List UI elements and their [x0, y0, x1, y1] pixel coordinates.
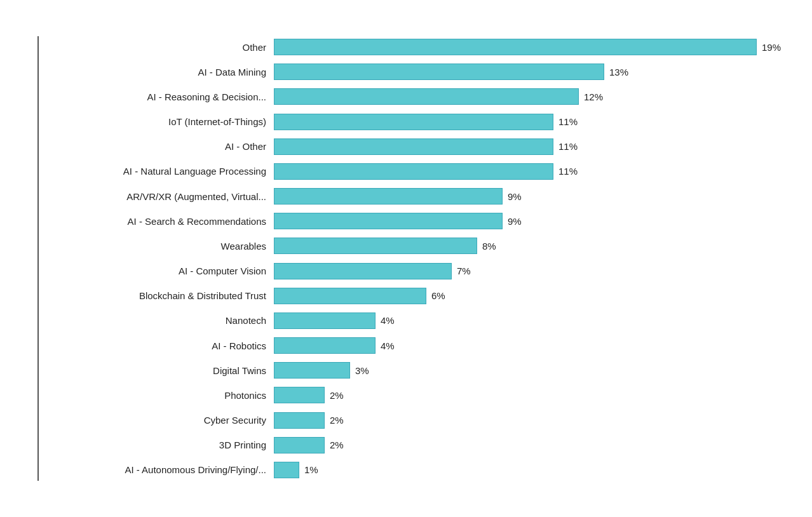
bar-value: 7% — [457, 265, 471, 276]
bar-fill — [274, 163, 553, 180]
bar-row: Wearables8% — [39, 235, 749, 257]
bar-value: 19% — [762, 42, 781, 53]
bar-label: AI - Data Mining — [39, 67, 274, 77]
bar-row: AI - Computer Vision7% — [39, 260, 749, 282]
bar-fill — [274, 437, 325, 453]
bar-label: Cyber Security — [39, 415, 274, 426]
bar-track: 11% — [274, 114, 749, 130]
bar-fill — [274, 412, 325, 429]
bar-label: 3D Printing — [39, 440, 274, 450]
bar-value: 4% — [381, 340, 395, 351]
bar-row: Photonics2% — [39, 384, 749, 406]
bar-label: AI - Search & Recommendations — [39, 216, 274, 227]
bar-track: 2% — [274, 387, 749, 403]
bar-fill — [274, 188, 503, 205]
bar-track: 3% — [274, 362, 749, 379]
bar-fill — [274, 312, 376, 329]
bar-row: Digital Twins3% — [39, 359, 749, 381]
bar-value: 6% — [431, 290, 445, 301]
bar-value: 8% — [482, 241, 496, 252]
bar-row: AI - Data Mining13% — [39, 61, 749, 83]
bar-label: IoT (Internet-of-Things) — [39, 116, 274, 127]
bar-row: AR/VR/XR (Augmented, Virtual...9% — [39, 185, 749, 207]
chart-container: Other19%AI - Data Mining13%AI - Reasonin… — [25, 17, 787, 500]
bar-value: 9% — [508, 216, 522, 227]
bar-label: AR/VR/XR (Augmented, Virtual... — [39, 191, 274, 202]
bars-wrapper: Other19%AI - Data Mining13%AI - Reasonin… — [37, 36, 749, 481]
bar-track: 11% — [274, 138, 749, 155]
bar-fill — [274, 114, 553, 130]
bar-row: IoT (Internet-of-Things)11% — [39, 111, 749, 133]
bar-label: Wearables — [39, 241, 274, 252]
bar-value: 9% — [508, 191, 522, 202]
bar-fill — [274, 387, 325, 403]
bar-fill — [274, 462, 299, 478]
bar-track: 11% — [274, 163, 749, 180]
bar-fill — [274, 213, 503, 229]
bar-fill — [274, 362, 350, 379]
bar-row: AI - Autonomous Driving/Flying/...1% — [39, 459, 749, 481]
bar-value: 1% — [304, 464, 318, 475]
bar-track: 4% — [274, 312, 749, 329]
bar-value: 11% — [558, 141, 578, 152]
bar-row: Blockchain & Distributed Trust6% — [39, 285, 749, 307]
bar-track: 12% — [274, 88, 749, 105]
bar-row: AI - Search & Recommendations9% — [39, 210, 749, 232]
bar-fill — [274, 238, 477, 254]
bar-label: Other — [39, 42, 274, 53]
bar-row: AI - Robotics4% — [39, 335, 749, 356]
bar-fill — [274, 39, 757, 55]
bar-label: Digital Twins — [39, 365, 274, 376]
bar-label: Blockchain & Distributed Trust — [39, 290, 274, 301]
bar-fill — [274, 288, 426, 304]
bar-value: 12% — [584, 91, 603, 102]
bar-track: 7% — [274, 263, 749, 279]
bar-label: AI - Autonomous Driving/Flying/... — [39, 464, 274, 475]
bar-track: 2% — [274, 412, 749, 429]
bar-label: AI - Computer Vision — [39, 265, 274, 276]
bar-row: AI - Natural Language Processing11% — [39, 161, 749, 182]
bar-track: 2% — [274, 437, 749, 453]
bar-value: 2% — [330, 440, 344, 450]
bar-value: 4% — [381, 315, 395, 326]
bar-track: 4% — [274, 337, 749, 354]
bar-label: AI - Reasoning & Decision... — [39, 91, 274, 102]
bar-track: 9% — [274, 188, 749, 205]
bar-track: 9% — [274, 213, 749, 229]
bar-row: AI - Reasoning & Decision...12% — [39, 86, 749, 107]
bar-fill — [274, 337, 376, 354]
bar-fill — [274, 88, 579, 105]
bar-track: 13% — [274, 64, 749, 80]
bar-track: 19% — [274, 39, 781, 55]
bar-label: AI - Robotics — [39, 340, 274, 351]
bar-row: AI - Other11% — [39, 136, 749, 158]
bar-value: 2% — [330, 415, 344, 426]
bar-value: 11% — [558, 166, 578, 177]
bar-row: 3D Printing2% — [39, 434, 749, 456]
bar-value: 2% — [330, 390, 344, 401]
bar-track: 1% — [274, 462, 749, 478]
bar-track: 8% — [274, 238, 749, 254]
bar-row: Nanotech4% — [39, 310, 749, 332]
bar-row: Cyber Security2% — [39, 410, 749, 431]
bar-value: 3% — [355, 365, 369, 376]
bar-value: 13% — [609, 67, 628, 77]
bar-label: AI - Other — [39, 141, 274, 152]
bar-label: AI - Natural Language Processing — [39, 166, 274, 177]
bar-fill — [274, 138, 553, 155]
bar-label: Photonics — [39, 390, 274, 401]
bar-row: Other19% — [39, 36, 749, 58]
bar-fill — [274, 64, 604, 80]
bar-value: 11% — [558, 116, 578, 127]
bar-fill — [274, 263, 452, 279]
bar-label: Nanotech — [39, 315, 274, 326]
bar-track: 6% — [274, 288, 749, 304]
